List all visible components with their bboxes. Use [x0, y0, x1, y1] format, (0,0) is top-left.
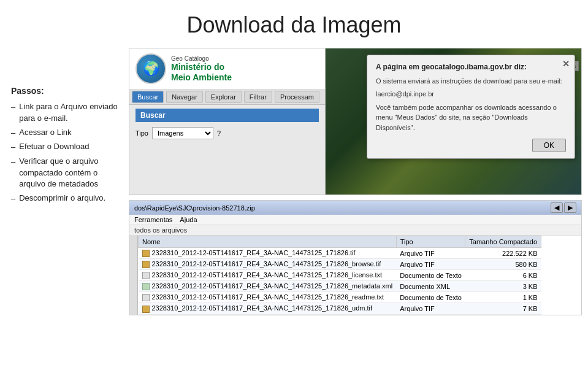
steps-list: – Link para o Arquivo enviado para o e-m… — [11, 101, 123, 205]
fm-nav-buttons: ◀ ▶ — [551, 202, 576, 213]
file-name-cell: 2328310_2012-12-05T141617_RE4_3A-NAC_144… — [139, 303, 397, 314]
geo-search-row: Tipo Imagens ? — [136, 127, 319, 139]
geo-title-block: Geo Catálogo Ministério do Meio Ambiente — [171, 55, 232, 83]
file-size-cell: 6 KB — [465, 270, 541, 281]
file-size-cell: 7 KB — [465, 303, 541, 314]
modal-close-button[interactable]: ✕ — [562, 59, 570, 69]
modal-ok-row: OK — [376, 139, 566, 152]
step-dash: – — [11, 156, 15, 168]
table-row[interactable]: 2328310_2012-12-05T141617_RE4_3A-NAC_144… — [139, 292, 541, 303]
table-row[interactable]: 2328310_2012-12-05T141617_RE4_3A-NAC_144… — [139, 270, 541, 281]
file-type-cell: Arquivo TIF — [396, 248, 465, 259]
file-size-cell: 1 KB — [465, 292, 541, 303]
fm-scrollbar[interactable] — [129, 236, 138, 315]
file-type-cell: Documento de Texto — [396, 292, 465, 303]
fm-header-row: NomeTipoTamanho Compactado — [139, 236, 541, 248]
modal-site-name: A página em geocatalogo.ibama.gov.br diz… — [376, 63, 566, 71]
step-text: Verificar que o arquivo compactado conté… — [19, 156, 123, 191]
file-size-cell: 580 KB — [465, 259, 541, 270]
geo-nav-item-buscar[interactable]: Buscar — [132, 91, 164, 103]
modal-message1: O sistema enviará as instruções de downl… — [376, 76, 566, 87]
fm-menu-bar: FerramentasAjuda — [129, 215, 581, 225]
step-item: – Acessar o Link — [11, 127, 123, 139]
file-name-cell: 2328310_2012-12-05T141617_RE4_3A-NAC_144… — [139, 259, 397, 270]
file-name-cell: 2328310_2012-12-05T141617_RE4_3A-NAC_144… — [139, 270, 397, 281]
step-dash: – — [11, 127, 15, 139]
geo-search-bar: Buscar — [136, 109, 319, 122]
step-item: – Link para o Arquivo enviado para o e-m… — [11, 101, 123, 125]
modal-overlay: ✕ A página em geocatalogo.ibama.gov.br d… — [326, 48, 581, 194]
dialog-screenshot: 🌍 Geo Catálogo Ministério do Meio Ambien… — [129, 48, 582, 195]
file-type-cell: Arquivo TIF — [396, 259, 465, 270]
table-row[interactable]: 2328310_2012-12-05T141617_RE4_3A-NAC_144… — [139, 303, 541, 314]
step-item: – Verificar que o arquivo compactado con… — [11, 156, 123, 191]
geo-nav-item-navegar[interactable]: Navegar — [166, 91, 203, 103]
page-title: Download da Imagem — [0, 0, 588, 48]
steps-heading: Passos: — [11, 85, 123, 98]
modal-message2: Você também pode acompanhar os downloads… — [376, 102, 566, 133]
fm-col-header: Tipo — [396, 236, 465, 248]
file-type-cell: Arquivo TIF — [396, 303, 465, 314]
modal-ok-button[interactable]: OK — [532, 139, 566, 152]
satellite-background: Escala ✕ A página em geocatalogo.ibama.g… — [326, 48, 581, 194]
step-text: Acessar o Link — [19, 127, 71, 139]
geo-nav: BuscarNavegarExplorarFiltrarProcessam — [129, 90, 325, 105]
website-left: 🌍 Geo Catálogo Ministério do Meio Ambien… — [129, 48, 326, 194]
step-dash: – — [11, 101, 15, 114]
geo-nav-item-filtrar[interactable]: Filtrar — [244, 91, 272, 103]
file-type-cell: Documento de Texto — [396, 270, 465, 281]
step-text: Efetuar o Download — [19, 141, 89, 153]
fm-back-button[interactable]: ◀ — [551, 202, 563, 213]
geo-subtitle: Geo Catálogo — [171, 55, 232, 62]
fm-forward-button[interactable]: ▶ — [564, 202, 576, 213]
file-name-cell: 2328310_2012-12-05T141617_RE4_3A-NAC_144… — [139, 248, 397, 259]
modal-email: laercio@dpi.inpe.br — [376, 90, 566, 98]
screenshots-panel: 🌍 Geo Catálogo Ministério do Meio Ambien… — [123, 48, 582, 315]
geo-nav-items: BuscarNavegarExplorarFiltrarProcessam — [132, 91, 321, 103]
fm-content-row: NomeTipoTamanho Compactado 2328310_2012-… — [129, 236, 581, 315]
fm-breadcrumb: todos os arquivos — [129, 225, 581, 236]
fm-col-header: Nome — [139, 236, 397, 248]
fm-title-path: dos\RapidEye\SJC\provision-852718.zip — [134, 204, 255, 212]
step-item: – Efetuar o Download — [11, 141, 123, 153]
geo-globe-icon: 🌍 — [136, 53, 166, 84]
step-dash: – — [11, 193, 15, 205]
fm-menu-ajuda[interactable]: Ajuda — [180, 216, 197, 223]
geo-nav-item-explorar[interactable]: Explorar — [205, 91, 242, 103]
fm-menu-ferramentas[interactable]: Ferramentas — [134, 216, 172, 223]
tipo-select[interactable]: Imagens — [152, 127, 213, 139]
geo-search-area: Buscar Tipo Imagens ? — [129, 105, 325, 143]
fm-col-header: Tamanho Compactado — [465, 236, 541, 248]
modal-dialog: ✕ A página em geocatalogo.ibama.gov.br d… — [367, 55, 575, 159]
step-item: – Descomprimir o arquivo. — [11, 193, 123, 205]
fm-menu-items-container: FerramentasAjuda — [134, 216, 197, 223]
fm-title-bar: dos\RapidEye\SJC\provision-852718.zip ◀ … — [129, 201, 581, 215]
main-layout: Passos: – Link para o Arquivo enviado pa… — [0, 48, 588, 315]
fm-file-rows: 2328310_2012-12-05T141617_RE4_3A-NAC_144… — [139, 248, 541, 315]
fm-table-header: NomeTipoTamanho Compactado — [139, 236, 541, 248]
table-row[interactable]: 2328310_2012-12-05T141617_RE4_3A-NAC_144… — [139, 248, 541, 259]
file-size-cell: 3 KB — [465, 281, 541, 292]
file-name-cell: 2328310_2012-12-05T141617_RE4_3A-NAC_144… — [139, 292, 397, 303]
geo-main-title-line3: Meio Ambiente — [171, 72, 232, 83]
fm-table-wrap[interactable]: NomeTipoTamanho Compactado 2328310_2012-… — [138, 236, 541, 315]
file-size-cell: 222.522 KB — [465, 248, 541, 259]
table-row[interactable]: 2328310_2012-12-05T141617_RE4_3A-NAC_144… — [139, 259, 541, 270]
fm-file-table: NomeTipoTamanho Compactado 2328310_2012-… — [138, 236, 541, 315]
question-mark-icon: ? — [217, 129, 221, 137]
geo-header: 🌍 Geo Catálogo Ministério do Meio Ambien… — [129, 48, 325, 90]
file-name-cell: 2328310_2012-12-05T141617_RE4_3A-NAC_144… — [139, 281, 397, 292]
steps-panel: Passos: – Link para o Arquivo enviado pa… — [6, 48, 123, 315]
geo-main-title-line2: Ministério do — [171, 62, 232, 72]
table-row[interactable]: 2328310_2012-12-05T141617_RE4_3A-NAC_144… — [139, 281, 541, 292]
file-type-cell: Documento XML — [396, 281, 465, 292]
tipo-label: Tipo — [136, 129, 148, 137]
step-dash: – — [11, 141, 15, 153]
step-text: Link para o Arquivo enviado para o e-mai… — [19, 101, 123, 125]
geo-nav-item-processam[interactable]: Processam — [275, 91, 319, 103]
file-manager-screenshot: dos\RapidEye\SJC\provision-852718.zip ◀ … — [129, 200, 582, 315]
step-text: Descomprimir o arquivo. — [19, 193, 105, 204]
